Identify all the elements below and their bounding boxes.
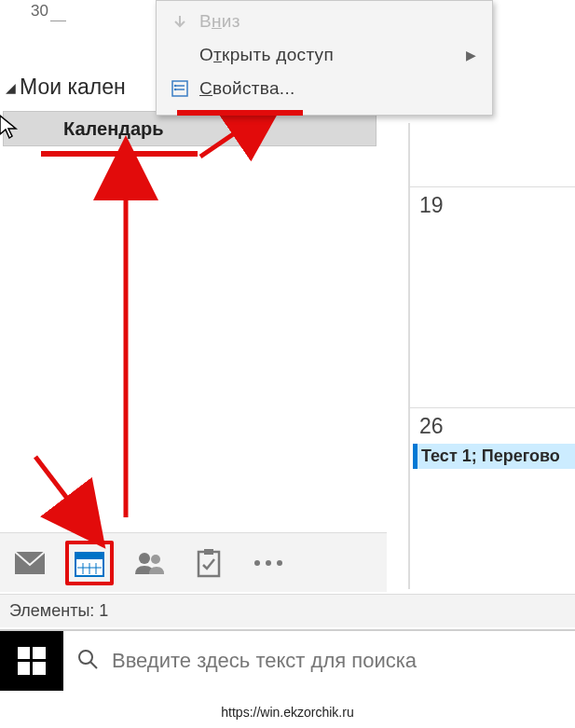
day-number-26: 26 — [419, 414, 575, 439]
svg-rect-20 — [33, 647, 46, 659]
ctx-item-down-label: Вниз — [194, 11, 479, 32]
svg-point-4 — [174, 89, 176, 90]
calendar-event[interactable]: Тест 1; Перегово — [413, 444, 575, 469]
ctx-item-share-label: Открыть доступ — [194, 45, 466, 65]
calendar-group-header[interactable]: ◢ Мои кален — [6, 75, 126, 100]
ctx-item-properties-label: Свойства... — [194, 78, 479, 99]
nav-more-button[interactable] — [244, 541, 293, 585]
windows-taskbar: Введите здесь текст для поиска — [0, 629, 575, 691]
svg-line-24 — [90, 662, 97, 668]
outlook-nav-bar — [0, 532, 387, 592]
source-url: https://win.ekzorchik.ru — [0, 705, 575, 720]
start-button[interactable] — [0, 631, 63, 691]
svg-rect-19 — [18, 647, 30, 659]
prev-month-day: 30 — [31, 2, 48, 21]
arrow-down-icon — [166, 13, 194, 30]
svg-rect-22 — [33, 662, 46, 675]
ctx-item-properties[interactable]: Свойства... — [157, 72, 492, 105]
windows-logo-icon — [18, 647, 46, 675]
nav-people-button[interactable] — [125, 541, 173, 585]
svg-point-23 — [79, 651, 92, 664]
event-text: Тест 1; Перегово — [421, 446, 560, 466]
annotation-underline-calendar — [41, 151, 198, 157]
calendar-item-selected[interactable]: Календарь — [3, 111, 376, 146]
svg-point-13 — [151, 555, 160, 564]
svg-point-18 — [277, 560, 282, 566]
search-placeholder: Введите здесь текст для поиска — [112, 649, 417, 673]
nav-mail-button[interactable] — [6, 541, 54, 585]
svg-point-17 — [266, 560, 271, 566]
context-menu: Вниз Открыть доступ ▶ Свойства... — [156, 0, 493, 116]
svg-rect-7 — [75, 553, 103, 559]
nav-tasks-button[interactable] — [185, 541, 233, 585]
tasks-icon — [196, 548, 222, 578]
svg-point-12 — [139, 553, 150, 564]
submenu-arrow-icon: ▶ — [466, 48, 479, 62]
search-icon — [76, 648, 99, 674]
properties-icon — [166, 79, 194, 98]
calendar-item-label: Календарь — [63, 118, 164, 140]
ctx-item-down: Вниз — [157, 5, 492, 38]
mail-icon — [14, 551, 46, 575]
ctx-item-share[interactable]: Открыть доступ ▶ — [157, 38, 492, 72]
nav-calendar-button[interactable] — [65, 541, 114, 585]
calendar-day-19[interactable]: 19 — [410, 186, 575, 405]
calendar-day-26[interactable]: 26 — [410, 407, 575, 584]
annotation-underline-properties — [177, 110, 303, 116]
taskbar-search[interactable]: Введите здесь текст для поиска — [63, 631, 575, 691]
svg-rect-21 — [18, 662, 30, 675]
group-label: Мои кален — [20, 75, 126, 100]
ellipsis-icon — [253, 558, 284, 568]
svg-rect-15 — [204, 549, 213, 555]
svg-line-26 — [35, 457, 75, 508]
status-text: Элементы: 1 — [9, 601, 108, 621]
calendar-icon — [75, 549, 104, 577]
collapse-triangle-icon: ◢ — [6, 80, 16, 95]
cursor-icon — [0, 114, 21, 145]
date-underline — [50, 21, 66, 21]
svg-rect-14 — [199, 552, 219, 576]
svg-point-16 — [254, 560, 260, 566]
svg-point-3 — [174, 85, 176, 87]
status-bar: Элементы: 1 — [0, 594, 575, 627]
people-icon — [133, 550, 165, 576]
day-number-19: 19 — [419, 193, 575, 218]
